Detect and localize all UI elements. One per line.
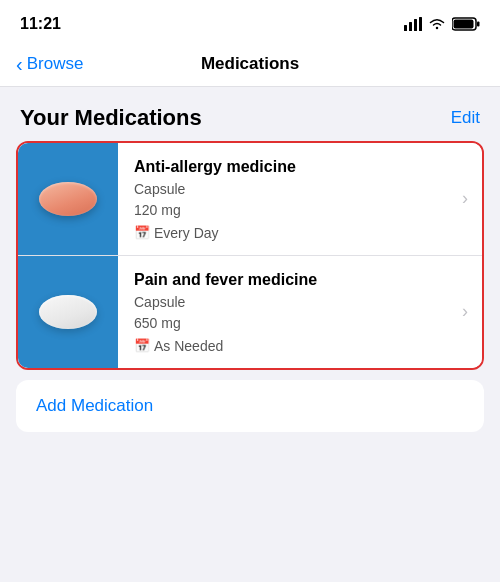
med-icon-area-2 — [18, 256, 118, 368]
med-schedule-1: 📅 Every Day — [134, 225, 450, 241]
med-name-2: Pain and fever medicine — [134, 270, 450, 291]
med-form-2: Capsule — [134, 293, 450, 313]
signal-icon — [404, 17, 422, 31]
med-icon-area-1 — [18, 143, 118, 255]
svg-rect-5 — [477, 22, 480, 27]
back-label: Browse — [27, 54, 84, 74]
svg-rect-6 — [454, 20, 474, 29]
add-medication-button[interactable]: Add Medication — [36, 396, 153, 416]
add-medication-section: Add Medication — [16, 380, 484, 432]
pill-pink-icon — [39, 182, 97, 216]
back-chevron-icon: ‹ — [16, 54, 23, 74]
med-chevron-2: › — [462, 256, 482, 368]
med-chevron-1: › — [462, 143, 482, 255]
battery-icon — [452, 17, 480, 31]
med-dose-1: 120 mg — [134, 201, 450, 221]
medications-card: Anti-allergy medicine Capsule 120 mg 📅 E… — [16, 141, 484, 370]
status-icons — [404, 17, 480, 31]
svg-rect-3 — [419, 17, 422, 31]
back-button[interactable]: ‹ Browse — [16, 54, 83, 74]
med-form-1: Capsule — [134, 180, 450, 200]
calendar-icon-1: 📅 — [134, 225, 150, 240]
med-info-1: Anti-allergy medicine Capsule 120 mg 📅 E… — [118, 143, 462, 255]
svg-rect-1 — [409, 22, 412, 31]
med-schedule-label-2: As Needed — [154, 338, 223, 354]
pill-white-icon — [39, 295, 97, 329]
nav-title: Medications — [201, 54, 299, 74]
med-info-2: Pain and fever medicine Capsule 650 mg 📅… — [118, 256, 462, 368]
status-bar: 11:21 — [0, 0, 500, 44]
status-time: 11:21 — [20, 15, 61, 33]
medication-row-2[interactable]: Pain and fever medicine Capsule 650 mg 📅… — [18, 255, 482, 368]
calendar-icon-2: 📅 — [134, 338, 150, 353]
med-schedule-2: 📅 As Needed — [134, 338, 450, 354]
med-schedule-label-1: Every Day — [154, 225, 219, 241]
svg-rect-2 — [414, 19, 417, 31]
nav-bar: ‹ Browse Medications — [0, 44, 500, 87]
wifi-icon — [428, 17, 446, 31]
section-header: Your Medications Edit — [0, 87, 500, 141]
svg-rect-0 — [404, 25, 407, 31]
medication-row[interactable]: Anti-allergy medicine Capsule 120 mg 📅 E… — [18, 143, 482, 255]
section-title: Your Medications — [20, 105, 202, 131]
edit-button[interactable]: Edit — [451, 108, 480, 128]
med-name-1: Anti-allergy medicine — [134, 157, 450, 178]
med-dose-2: 650 mg — [134, 314, 450, 334]
